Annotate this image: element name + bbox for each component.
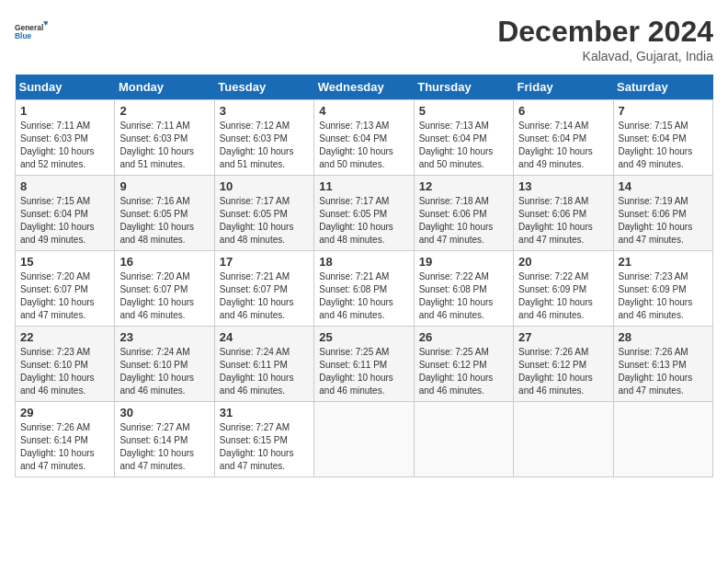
day-number: 19 [419,255,508,269]
calendar-cell: 17 Sunrise: 7:21 AMSunset: 6:07 PMDaylig… [214,251,313,327]
calendar-cell: 16 Sunrise: 7:20 AMSunset: 6:07 PMDaylig… [115,251,214,327]
day-number: 23 [119,330,209,344]
day-number: 5 [419,104,508,118]
svg-text:Blue: Blue [15,31,32,40]
day-info: Sunrise: 7:15 AMSunset: 6:04 PMDaylight:… [20,196,95,245]
calendar-cell: 29 Sunrise: 7:26 AMSunset: 6:14 PMDaylig… [16,402,115,477]
day-number: 17 [220,255,309,269]
day-info: Sunrise: 7:27 AMSunset: 6:15 PMDaylight:… [220,422,294,471]
day-info: Sunrise: 7:15 AMSunset: 6:04 PMDaylight:… [619,121,693,169]
day-number: 25 [319,330,408,344]
day-number: 2 [119,104,209,118]
day-info: Sunrise: 7:26 AMSunset: 6:13 PMDaylight:… [619,347,693,396]
day-info: Sunrise: 7:20 AMSunset: 6:07 PMDaylight:… [119,271,194,320]
day-info: Sunrise: 7:11 AMSunset: 6:03 PMDaylight:… [119,121,194,169]
col-monday: Monday [115,75,214,100]
title-block: December 2024 Kalavad, Gujarat, India [497,15,713,63]
day-number: 30 [119,406,209,419]
day-number: 8 [20,179,109,193]
empty-cell [414,402,513,477]
day-info: Sunrise: 7:24 AMSunset: 6:11 PMDaylight:… [220,347,294,396]
day-number: 7 [619,104,708,118]
calendar-week-row: 8 Sunrise: 7:15 AMSunset: 6:04 PMDayligh… [16,176,713,251]
day-info: Sunrise: 7:11 AMSunset: 6:03 PMDaylight:… [20,121,95,169]
col-wednesday: Wednesday [314,75,414,100]
day-info: Sunrise: 7:23 AMSunset: 6:09 PMDaylight:… [619,271,693,320]
logo: General Blue [15,15,48,48]
day-number: 26 [419,330,508,344]
calendar-cell: 31 Sunrise: 7:27 AMSunset: 6:15 PMDaylig… [214,402,313,477]
calendar-cell: 9 Sunrise: 7:16 AMSunset: 6:05 PMDayligh… [115,176,214,251]
day-number: 14 [619,179,708,193]
calendar-week-row: 1 Sunrise: 7:11 AMSunset: 6:03 PMDayligh… [16,100,713,176]
col-tuesday: Tuesday [214,75,313,100]
day-number: 13 [518,179,608,193]
calendar-week-row: 29 Sunrise: 7:26 AMSunset: 6:14 PMDaylig… [16,402,713,477]
calendar-cell: 6 Sunrise: 7:14 AMSunset: 6:04 PMDayligh… [514,100,613,176]
calendar-cell: 20 Sunrise: 7:22 AMSunset: 6:09 PMDaylig… [514,251,613,327]
day-number: 10 [220,179,309,193]
calendar-cell: 23 Sunrise: 7:24 AMSunset: 6:10 PMDaylig… [115,327,214,402]
calendar-cell: 19 Sunrise: 7:22 AMSunset: 6:08 PMDaylig… [414,251,513,327]
day-number: 1 [20,104,109,118]
day-number: 27 [518,330,608,344]
calendar-cell: 15 Sunrise: 7:20 AMSunset: 6:07 PMDaylig… [16,251,115,327]
calendar-cell: 18 Sunrise: 7:21 AMSunset: 6:08 PMDaylig… [314,251,414,327]
calendar-cell: 1 Sunrise: 7:11 AMSunset: 6:03 PMDayligh… [16,100,115,176]
calendar-cell: 12 Sunrise: 7:18 AMSunset: 6:06 PMDaylig… [414,176,513,251]
calendar-week-row: 22 Sunrise: 7:23 AMSunset: 6:10 PMDaylig… [16,327,713,402]
calendar-cell: 28 Sunrise: 7:26 AMSunset: 6:13 PMDaylig… [613,327,712,402]
calendar-cell: 2 Sunrise: 7:11 AMSunset: 6:03 PMDayligh… [115,100,214,176]
calendar-cell: 25 Sunrise: 7:25 AMSunset: 6:11 PMDaylig… [314,327,414,402]
day-info: Sunrise: 7:24 AMSunset: 6:10 PMDaylight:… [119,347,194,396]
calendar-cell: 21 Sunrise: 7:23 AMSunset: 6:09 PMDaylig… [613,251,712,327]
calendar-cell: 7 Sunrise: 7:15 AMSunset: 6:04 PMDayligh… [613,100,712,176]
day-info: Sunrise: 7:23 AMSunset: 6:10 PMDaylight:… [20,347,95,396]
day-number: 4 [319,104,408,118]
day-info: Sunrise: 7:17 AMSunset: 6:05 PMDaylight:… [319,196,393,245]
empty-cell [514,402,613,477]
day-number: 31 [220,406,309,419]
empty-cell [314,402,414,477]
calendar-header-row: Sunday Monday Tuesday Wednesday Thursday… [16,75,713,100]
location-text: Kalavad, Gujarat, India [497,49,713,63]
day-number: 12 [419,179,508,193]
day-number: 16 [119,255,209,269]
svg-text:General: General [15,23,43,32]
day-info: Sunrise: 7:18 AMSunset: 6:06 PMDaylight:… [518,196,593,245]
day-number: 9 [119,179,209,193]
day-info: Sunrise: 7:13 AMSunset: 6:04 PMDaylight:… [419,121,494,169]
day-number: 28 [619,330,708,344]
day-info: Sunrise: 7:18 AMSunset: 6:06 PMDaylight:… [419,196,494,245]
day-info: Sunrise: 7:14 AMSunset: 6:04 PMDaylight:… [518,121,593,169]
calendar-cell: 24 Sunrise: 7:24 AMSunset: 6:11 PMDaylig… [214,327,313,402]
day-info: Sunrise: 7:16 AMSunset: 6:05 PMDaylight:… [119,196,194,245]
col-thursday: Thursday [414,75,513,100]
day-number: 29 [20,406,109,419]
day-info: Sunrise: 7:27 AMSunset: 6:14 PMDaylight:… [119,422,194,471]
day-info: Sunrise: 7:20 AMSunset: 6:07 PMDaylight:… [20,271,95,320]
day-info: Sunrise: 7:12 AMSunset: 6:03 PMDaylight:… [220,121,294,169]
empty-cell [613,402,712,477]
calendar-cell: 13 Sunrise: 7:18 AMSunset: 6:06 PMDaylig… [514,176,613,251]
calendar-cell: 14 Sunrise: 7:19 AMSunset: 6:06 PMDaylig… [613,176,712,251]
day-info: Sunrise: 7:21 AMSunset: 6:07 PMDaylight:… [220,271,294,320]
calendar-cell: 30 Sunrise: 7:27 AMSunset: 6:14 PMDaylig… [115,402,214,477]
day-info: Sunrise: 7:13 AMSunset: 6:04 PMDaylight:… [319,121,393,169]
day-info: Sunrise: 7:21 AMSunset: 6:08 PMDaylight:… [319,271,393,320]
day-number: 3 [220,104,309,118]
logo-svg: General Blue [15,15,48,48]
day-number: 24 [220,330,309,344]
day-number: 6 [518,104,608,118]
calendar-cell: 27 Sunrise: 7:26 AMSunset: 6:12 PMDaylig… [514,327,613,402]
day-number: 20 [518,255,608,269]
day-info: Sunrise: 7:19 AMSunset: 6:06 PMDaylight:… [619,196,693,245]
day-info: Sunrise: 7:26 AMSunset: 6:12 PMDaylight:… [518,347,593,396]
calendar-cell: 11 Sunrise: 7:17 AMSunset: 6:05 PMDaylig… [314,176,414,251]
col-sunday: Sunday [16,75,115,100]
day-info: Sunrise: 7:22 AMSunset: 6:09 PMDaylight:… [518,271,593,320]
calendar-cell: 10 Sunrise: 7:17 AMSunset: 6:05 PMDaylig… [214,176,313,251]
day-info: Sunrise: 7:22 AMSunset: 6:08 PMDaylight:… [419,271,494,320]
day-info: Sunrise: 7:25 AMSunset: 6:11 PMDaylight:… [319,347,393,396]
day-info: Sunrise: 7:17 AMSunset: 6:05 PMDaylight:… [220,196,294,245]
